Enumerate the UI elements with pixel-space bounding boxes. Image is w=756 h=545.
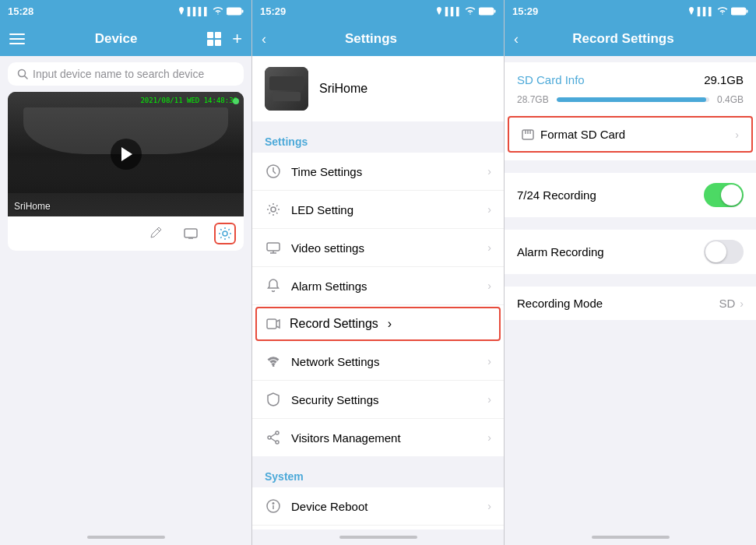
format-bottom-space bbox=[505, 154, 756, 160]
spacer-2 bbox=[505, 223, 756, 230]
add-device-button[interactable]: + bbox=[232, 29, 242, 49]
svg-rect-41 bbox=[731, 8, 746, 15]
format-chevron: › bbox=[735, 128, 739, 141]
format-sd-card-item[interactable]: Format SD Card › bbox=[508, 116, 753, 153]
settings-section-label: Settings bbox=[252, 128, 504, 153]
record-settings-title: Record Settings bbox=[572, 31, 673, 47]
svg-line-23 bbox=[269, 206, 271, 207]
search-icon bbox=[17, 69, 28, 79]
recording-724-label: 7/24 Recording bbox=[517, 188, 704, 202]
status-bar-1: 15:28 ▌▌▌▌ bbox=[0, 0, 251, 22]
wifi-icon-3 bbox=[717, 7, 728, 15]
home-bar-1 bbox=[87, 536, 165, 539]
home-indicator-3 bbox=[505, 529, 756, 545]
svg-rect-30 bbox=[267, 319, 276, 329]
alarm-settings-label: Alarm Settings bbox=[291, 280, 478, 293]
video-settings-item[interactable]: Video settings › bbox=[252, 229, 504, 267]
status-bar-2: 15:29 ▌▌▌ bbox=[252, 0, 504, 22]
recording-mode-label: Recording Mode bbox=[517, 297, 719, 310]
time-display-3: 15:29 bbox=[512, 5, 538, 17]
wifi-settings-icon bbox=[265, 353, 282, 370]
camera-actions bbox=[8, 216, 244, 251]
alarm-recording-item: Alarm Recording bbox=[505, 230, 756, 274]
shield-icon bbox=[265, 391, 282, 408]
recording-mode-chevron: › bbox=[740, 297, 744, 310]
svg-line-35 bbox=[271, 438, 276, 441]
alarm-recording-section: Alarm Recording bbox=[505, 230, 756, 274]
recording-724-item: 7/24 Recording bbox=[505, 173, 756, 217]
alarm-settings-item[interactable]: Alarm Settings › bbox=[252, 267, 504, 305]
panel1-nav-title: Device bbox=[95, 31, 138, 47]
svg-line-25 bbox=[276, 206, 278, 207]
status-icons-1: ▌▌▌▌ bbox=[178, 7, 244, 16]
led-setting-item[interactable]: LED Setting › bbox=[252, 191, 504, 229]
security-settings-item[interactable]: Security Settings › bbox=[252, 381, 504, 419]
sd-card-total: 29.1GB bbox=[704, 73, 744, 86]
device-reboot-item[interactable]: Device Reboot › bbox=[252, 487, 504, 526]
menu-button[interactable] bbox=[9, 33, 25, 44]
sd-card-header: SD Card Info 29.1GB bbox=[505, 62, 756, 94]
svg-rect-3 bbox=[9, 38, 25, 40]
recording-mode-section: Recording Mode SD › bbox=[505, 287, 756, 320]
record-settings-item[interactable]: Record Settings › bbox=[255, 307, 501, 341]
location-icon-2 bbox=[436, 7, 442, 15]
alarm-recording-label: Alarm Recording bbox=[517, 245, 704, 258]
settings-group-system: Device Reboot › Device Update › bbox=[252, 487, 504, 529]
back-button-settings[interactable]: ‹ bbox=[262, 31, 266, 47]
network-chevron: › bbox=[487, 355, 491, 367]
svg-rect-11 bbox=[185, 229, 197, 237]
settings-group-main: Time Settings › bbox=[252, 153, 504, 456]
recording-mode-value: SD bbox=[719, 297, 735, 310]
storage-free: 0.4GB bbox=[717, 94, 744, 105]
panel-record-settings: 15:29 ▌▌▌ ‹ Record Settings SD Card Info… bbox=[504, 0, 756, 545]
alarm-chevron: › bbox=[487, 280, 491, 292]
settings-scroll: SriHome Settings Time Settings › bbox=[252, 56, 504, 529]
time-settings-item[interactable]: Time Settings › bbox=[252, 153, 504, 191]
settings-title: Settings bbox=[345, 31, 397, 47]
recording-mode-item[interactable]: Recording Mode SD › bbox=[505, 287, 756, 320]
svg-rect-42 bbox=[747, 9, 748, 12]
svg-point-31 bbox=[276, 431, 279, 434]
time-chevron: › bbox=[487, 165, 491, 178]
sd-card-label: SD Card Info bbox=[517, 73, 585, 86]
network-settings-item[interactable]: Network Settings › bbox=[252, 343, 504, 381]
screen-button[interactable] bbox=[180, 223, 202, 244]
sun-icon bbox=[265, 201, 282, 218]
status-icons-3: ▌▌▌ bbox=[688, 7, 748, 16]
network-settings-label: Network Settings bbox=[291, 355, 478, 368]
recording-724-section: 7/24 Recording bbox=[505, 173, 756, 217]
empty-space bbox=[0, 257, 251, 529]
search-bar[interactable]: Input device name to search device bbox=[8, 62, 244, 86]
svg-rect-5 bbox=[207, 32, 213, 38]
storage-used: 28.7GB bbox=[517, 94, 549, 105]
svg-rect-8 bbox=[215, 40, 221, 46]
spacer-1 bbox=[505, 167, 756, 173]
recording-724-toggle[interactable] bbox=[704, 183, 744, 207]
svg-rect-4 bbox=[9, 43, 25, 44]
storage-bar: 28.7GB 0.4GB bbox=[505, 94, 756, 114]
settings-camera-button[interactable] bbox=[214, 223, 236, 244]
location-icon-3 bbox=[688, 7, 694, 15]
nav-bar-2: ‹ Settings bbox=[252, 22, 504, 56]
back-button-record[interactable]: ‹ bbox=[514, 31, 519, 47]
home-bar-2 bbox=[339, 536, 417, 539]
toggle-knob-724 bbox=[721, 185, 742, 206]
play-button[interactable] bbox=[111, 139, 142, 170]
svg-point-14 bbox=[223, 231, 227, 236]
home-indicator-1 bbox=[0, 529, 251, 545]
visitors-management-item[interactable]: Visitors Management › bbox=[252, 419, 504, 456]
device-reboot-label: Device Reboot bbox=[291, 500, 478, 513]
alarm-recording-toggle[interactable] bbox=[704, 240, 744, 264]
record-settings-wrapper: Record Settings › bbox=[252, 305, 504, 343]
panel-settings: 15:29 ▌▌▌ ‹ Settings SriHome Settings bbox=[251, 0, 504, 545]
svg-rect-15 bbox=[479, 8, 494, 15]
monitor-icon bbox=[265, 239, 282, 256]
device-header: SriHome bbox=[252, 56, 504, 121]
grid-view-button[interactable] bbox=[207, 32, 221, 46]
battery-icon-2 bbox=[479, 7, 496, 16]
edit-camera-button[interactable] bbox=[146, 223, 167, 244]
camera-card: 2021/08/11 WED 14:48:36 SriHome bbox=[8, 92, 244, 251]
svg-rect-6 bbox=[215, 32, 221, 38]
toggle-knob-alarm bbox=[705, 241, 726, 262]
svg-line-34 bbox=[271, 434, 276, 437]
